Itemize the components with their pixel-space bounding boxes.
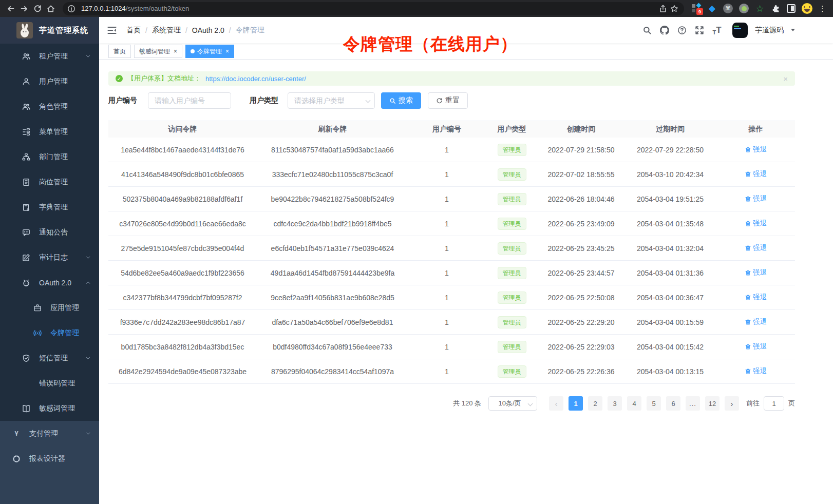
address-bar[interactable]: 127.0.0.1:1024/system/oauth2/token [63, 2, 684, 15]
force-logout-button[interactable]: 强退 [745, 366, 767, 376]
user-type-tag: 管理员 [498, 341, 526, 353]
page-button-1[interactable]: 1 [569, 396, 583, 411]
access-token-cell: 54d6be82ee5a460a9aedc1f9bf223656 [108, 269, 257, 277]
fullscreen-icon[interactable] [694, 25, 705, 35]
force-logout-label: 强退 [753, 366, 767, 376]
tab-令牌管理[interactable]: 令牌管理× [185, 45, 234, 58]
sidebar-item-pay-management[interactable]: ¥支付管理 [0, 421, 99, 446]
force-logout-button[interactable]: 强退 [745, 342, 767, 351]
sidebar-item-role-management[interactable]: 角色管理 [0, 94, 99, 119]
sidebar-item-errorcode-management[interactable]: 错误码管理 [0, 371, 99, 396]
user-type-select[interactable] [288, 92, 375, 109]
dict-icon [22, 203, 31, 212]
forward-icon[interactable] [18, 3, 30, 14]
github-icon[interactable] [659, 25, 670, 35]
tab-敏感词管理[interactable]: 敏感词管理× [134, 45, 182, 58]
page-button-2[interactable]: 2 [588, 396, 602, 411]
page-button-4[interactable]: 4 [627, 396, 641, 411]
force-logout-button[interactable]: 强退 [745, 317, 767, 326]
search-icon[interactable] [642, 25, 652, 35]
next-page-button[interactable]: › [725, 396, 739, 411]
sidebar-item-report-designer[interactable]: 报表设计器 [0, 446, 99, 471]
user-id-input[interactable] [148, 92, 231, 109]
page-size-select[interactable] [488, 396, 537, 411]
force-logout-button[interactable]: 强退 [745, 145, 767, 154]
pager-ellipsis[interactable]: ... [686, 396, 700, 411]
sidebar-item-app-management[interactable]: 应用管理 [0, 295, 99, 320]
browser-menu-icon[interactable]: ⋮ [819, 4, 826, 13]
prev-page-button[interactable]: ‹ [549, 396, 563, 411]
sidebar-item-sms-management[interactable]: 短信管理 [0, 345, 99, 371]
edit-icon [22, 253, 31, 262]
breadcrumb-item: 令牌管理 [236, 26, 264, 35]
puzzle-extensions-icon[interactable] [771, 4, 781, 13]
user-type-tag: 管理员 [498, 144, 526, 156]
created-time-cell: 2022-07-02 18:55:55 [538, 170, 624, 179]
reload-icon[interactable] [32, 3, 43, 14]
alert-close-icon[interactable]: × [783, 74, 788, 83]
user-avatar[interactable] [732, 23, 748, 38]
help-icon[interactable] [677, 25, 687, 35]
table-row: 502375b8040a469a9b82188afdf6af1fbe90422b… [108, 187, 795, 211]
breadcrumb-item[interactable]: 系统管理 [152, 26, 181, 35]
bookmark-star-icon[interactable] [669, 3, 680, 14]
star-extension-icon[interactable]: ☆ [755, 4, 765, 13]
action-cell: 强退 [716, 317, 795, 327]
sidebar-item-tenant-management[interactable]: 租户管理 [0, 44, 99, 69]
tab-首页[interactable]: 首页 [108, 45, 131, 58]
page-button-3[interactable]: 3 [608, 396, 622, 411]
recorder-extension-icon[interactable] [739, 4, 749, 13]
sidebar-item-audit-log[interactable]: 审计日志 [0, 245, 99, 270]
refresh-token-cell: 333ecfc71e02480cb11055c875c3ca0f [257, 170, 408, 179]
sidebar-item-notice[interactable]: 通知公告 [0, 220, 99, 245]
command-extension-icon[interactable]: ⌘ [723, 4, 733, 13]
search-button[interactable]: 搜索 [381, 92, 421, 109]
force-logout-button[interactable]: 强退 [745, 169, 767, 179]
user-type-tag: 管理员 [498, 242, 526, 255]
app-logo[interactable]: 芋道管理系统 [0, 17, 99, 44]
goto-page-input[interactable] [764, 396, 784, 411]
home-icon[interactable] [45, 3, 56, 14]
force-logout-button[interactable]: 强退 [745, 268, 767, 277]
page-button-5[interactable]: 5 [647, 396, 661, 411]
username[interactable]: 芋道源码 [755, 26, 784, 35]
force-logout-button[interactable]: 强退 [745, 219, 767, 228]
breadcrumb-item[interactable]: 首页 [126, 26, 141, 35]
sidebar-item-label: 敏感词管理 [39, 404, 75, 413]
font-size-icon[interactable]: TT [712, 25, 722, 35]
doc-link[interactable]: https://doc.iocoder.cn/user-center/ [205, 75, 306, 83]
browser-profile-avatar[interactable] [802, 3, 812, 14]
sidebar-item-dept-management[interactable]: 部门管理 [0, 144, 99, 169]
force-logout-button[interactable]: 强退 [745, 194, 767, 203]
tab-close-icon[interactable]: × [224, 48, 229, 54]
page-button-12[interactable]: 12 [705, 396, 720, 411]
sidebar-item-dict-management[interactable]: 字典管理 [0, 195, 99, 220]
back-icon[interactable] [5, 3, 16, 14]
trash-icon [745, 146, 751, 153]
user-id-cell: 1 [408, 343, 485, 351]
sidebar-item-oauth2[interactable]: OAuth 2.0 [0, 270, 99, 295]
sidebar-item-post-management[interactable]: 岗位管理 [0, 169, 99, 195]
window-extension-icon[interactable] [787, 4, 796, 13]
blocker-extension-icon[interactable]: 9 [691, 4, 701, 13]
sidebar-item-sensitive-word-management[interactable]: 敏感词管理 [0, 396, 99, 421]
expire-time-cell: 2054-03-04 01:32:04 [624, 244, 716, 253]
share-icon[interactable] [657, 3, 669, 14]
url-host: 127.0.0.1:1024 [81, 5, 126, 12]
sidebar-item-menu-management[interactable]: 菜单管理 [0, 119, 99, 144]
reset-button[interactable]: 重置 [428, 92, 468, 109]
sidebar-item-user-management[interactable]: 用户管理 [0, 69, 99, 94]
page-button-6[interactable]: 6 [666, 396, 680, 411]
tab-close-icon[interactable]: × [173, 48, 177, 54]
sidebar-item-label: 令牌管理 [50, 328, 79, 338]
force-logout-button[interactable]: 强退 [745, 293, 767, 302]
hamburger-icon[interactable] [107, 25, 118, 36]
pagination: 共 120 条 ‹ 123456...12 › 前往 页 [108, 396, 795, 411]
sidebar-item-label: 用户管理 [39, 77, 68, 86]
chevron-down-icon[interactable] [791, 29, 795, 33]
force-logout-button[interactable]: 强退 [745, 243, 767, 253]
gem-extension-icon[interactable]: ◆ [707, 4, 717, 13]
site-info-icon[interactable] [66, 3, 77, 14]
sidebar-item-token-management[interactable]: 令牌管理 [0, 320, 99, 345]
breadcrumb-item[interactable]: OAuth 2.0 [192, 26, 224, 34]
